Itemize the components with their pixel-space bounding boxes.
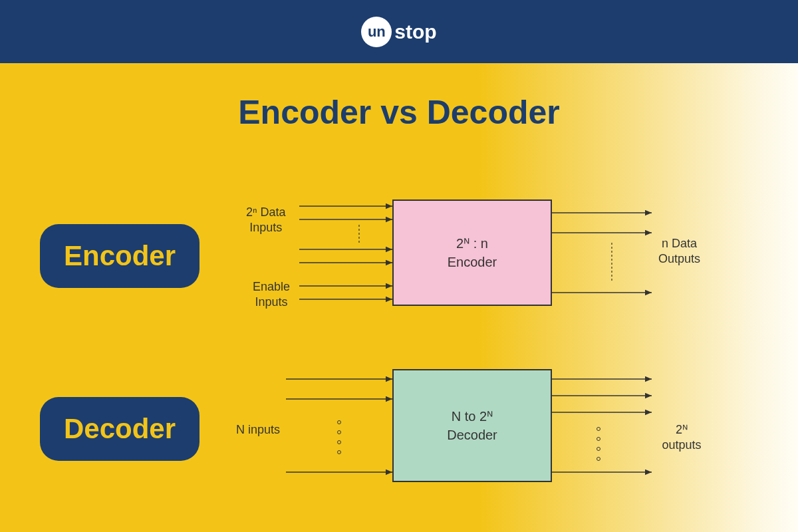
- encoder-data-input-label: 2ⁿ Data Inputs: [246, 205, 286, 236]
- decoder-diagram: N to 2ᴺ Decoder N inputs 2ᴺ outputs: [200, 359, 705, 499]
- decoder-output-label: 2ᴺ outputs: [658, 422, 705, 454]
- content-area: Encoder vs Decoder Encoder: [0, 63, 798, 532]
- encoder-output-label: n Data Outputs: [658, 236, 700, 267]
- svg-point-14: [338, 421, 341, 424]
- brand-logo: un stop: [361, 17, 436, 47]
- encoder-pill: Encoder: [40, 224, 200, 288]
- svg-point-16: [338, 441, 341, 444]
- page-title: Encoder vs Decoder: [0, 63, 798, 132]
- decoder-pill: Decoder: [40, 397, 200, 461]
- header-bar: un stop: [0, 0, 798, 63]
- svg-point-17: [338, 451, 341, 454]
- svg-point-22: [597, 428, 600, 431]
- decoder-block: N to 2ᴺ Decoder: [392, 369, 552, 482]
- svg-point-24: [597, 448, 600, 451]
- decoder-input-label: N inputs: [236, 422, 280, 438]
- decoder-block-line1: N to 2ᴺ: [452, 407, 493, 426]
- encoder-block-line2: Encoder: [448, 253, 497, 271]
- encoder-block: 2ᴺ : n Encoder: [392, 200, 552, 306]
- logo-text: stop: [394, 21, 436, 43]
- encoder-block-line1: 2ᴺ : n: [456, 234, 488, 253]
- decoder-block-line2: Decoder: [447, 426, 497, 444]
- encoder-enable-label: Enable Inputs: [253, 279, 290, 311]
- svg-point-23: [597, 438, 600, 441]
- encoder-diagram: 2ᴺ : n Encoder 2ⁿ Data Inputs Enable Inp…: [200, 186, 705, 326]
- logo-circle: un: [361, 17, 392, 47]
- svg-point-15: [338, 431, 341, 434]
- encoder-row: Encoder: [40, 186, 705, 326]
- decoder-row: Decoder: [40, 359, 705, 499]
- svg-point-25: [597, 458, 600, 461]
